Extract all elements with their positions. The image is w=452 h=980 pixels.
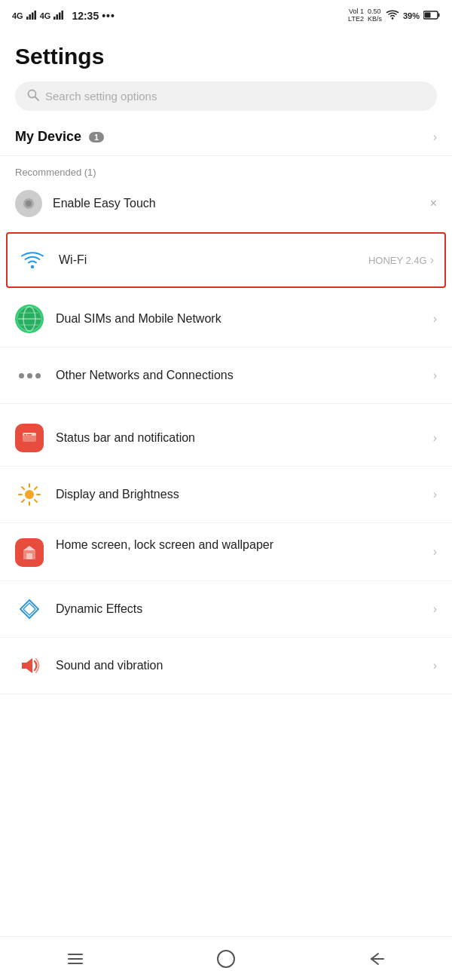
chevron-right-icon: › (433, 602, 437, 616)
my-device-row[interactable]: My Device 1 › (15, 129, 437, 145)
search-placeholder: Search setting options (45, 90, 157, 103)
home-screen-label: Home screen, lock screen and wallpaper (56, 537, 273, 553)
search-container: Search setting options (0, 77, 452, 121)
item-left-dual-sim: Dual SIMs and Mobile Network (15, 305, 221, 333)
battery-percentage: 39% (403, 11, 420, 20)
wifi-value: HONEY 2.4G (368, 255, 427, 266)
status-right: Vol 1 LTE2 0.50 KB/s 39% (348, 8, 440, 23)
network-4g-right: 4G (40, 11, 51, 20)
svg-rect-36 (26, 553, 32, 559)
back-button[interactable] (354, 944, 399, 974)
signal-bars-left (26, 11, 37, 21)
settings-item-status-bar[interactable]: Status bar and notification › (0, 410, 452, 467)
dynamic-icon (15, 595, 44, 623)
item-right-home-screen: › (433, 545, 437, 559)
status-left: 4G 4G 12:35 ••• (12, 10, 115, 22)
status-bar: 4G 4G 12:35 ••• Vol 1 LTE2 0. (0, 0, 452, 30)
menu-button[interactable] (53, 944, 98, 974)
search-icon (27, 89, 39, 103)
display-icon (15, 480, 44, 509)
svg-rect-4 (53, 17, 56, 20)
svg-rect-26 (27, 434, 32, 436)
status-dots: ••• (102, 10, 115, 22)
chevron-right-icon: › (433, 130, 437, 144)
item-left-wifi: Wi-Fi (18, 246, 87, 274)
chevron-right-icon: › (433, 545, 437, 559)
item-right-status-bar: › (433, 431, 437, 445)
settings-item-home-screen[interactable]: Home screen, lock screen and wallpaper › (0, 523, 452, 581)
svg-rect-7 (62, 11, 64, 20)
my-device-label: My Device (15, 129, 81, 145)
item-left-display: Display and Brightness (15, 480, 179, 509)
easy-touch-icon (15, 190, 42, 217)
svg-rect-0 (26, 17, 29, 20)
item-right-sound: › (433, 659, 437, 672)
dual-sim-label: Dual SIMs and Mobile Network (56, 311, 221, 327)
display-label: Display and Brightness (56, 487, 179, 503)
chevron-right-icon: › (430, 253, 434, 267)
bottom-nav (0, 936, 452, 980)
rec-left: Enable Easy Touch (15, 190, 156, 217)
chevron-right-icon: › (433, 488, 437, 501)
chevron-right-icon: › (433, 369, 437, 382)
svg-rect-6 (59, 13, 61, 20)
svg-rect-11 (438, 14, 440, 17)
recommended-label: Recommended (1) (15, 167, 437, 178)
sound-label: Sound and vibration (56, 658, 163, 674)
status-time: 12:35 (72, 10, 99, 22)
globe-icon (15, 305, 44, 333)
svg-point-15 (26, 201, 32, 207)
item-right-display: › (433, 488, 437, 501)
status-bar-label: Status bar and notification (56, 430, 195, 446)
vol-lte-label: Vol 1 LTE2 (348, 8, 364, 23)
svg-point-16 (31, 265, 34, 268)
statusbar-icon (15, 424, 44, 452)
settings-item-wifi[interactable]: Wi-Fi HONEY 2.4G › (6, 232, 446, 288)
svg-rect-1 (29, 14, 31, 20)
svg-line-35 (22, 500, 24, 502)
page-title: Settings (0, 30, 452, 77)
item-right-other-networks: › (433, 369, 437, 382)
settings-item-sound[interactable]: Sound and vibration › (0, 638, 452, 694)
item-left-sound: Sound and vibration (15, 651, 163, 680)
my-device-section: My Device 1 › (0, 121, 452, 156)
svg-line-34 (35, 487, 37, 489)
my-device-left: My Device 1 (15, 129, 104, 145)
item-left-other-networks: Other Networks and Connections (15, 361, 234, 390)
settings-item-other-networks[interactable]: Other Networks and Connections › (0, 348, 452, 404)
other-networks-label: Other Networks and Connections (56, 368, 234, 384)
item-right-wifi: HONEY 2.4G › (368, 253, 434, 267)
signal-bars-right (53, 11, 64, 21)
svg-line-13 (35, 97, 39, 101)
wifi-label: Wi-Fi (59, 253, 87, 268)
chevron-right-icon: › (433, 659, 437, 672)
chevron-right-icon: › (433, 431, 437, 445)
wifi-status-icon (386, 10, 399, 22)
svg-rect-25 (24, 434, 26, 436)
network-4g-left: 4G (12, 11, 23, 20)
chevron-right-icon: › (433, 312, 437, 326)
search-bar[interactable]: Search setting options (15, 81, 437, 111)
recommended-item[interactable]: Enable Easy Touch × (15, 185, 437, 222)
dynamic-effects-label: Dynamic Effects (56, 602, 142, 617)
easy-touch-label: Enable Easy Touch (53, 197, 156, 210)
svg-rect-3 (34, 11, 36, 20)
dots-icon (15, 361, 44, 390)
battery-icon (423, 11, 440, 21)
settings-item-dual-sim[interactable]: Dual SIMs and Mobile Network › (0, 291, 452, 348)
item-right-dual-sim: › (433, 312, 437, 326)
sound-icon (15, 651, 44, 680)
close-icon[interactable]: × (430, 197, 437, 210)
settings-item-dynamic-effects[interactable]: Dynamic Effects › (0, 581, 452, 638)
kb-label: 0.50 KB/s (368, 8, 382, 23)
item-right-dynamic-effects: › (433, 602, 437, 616)
item-left-status-bar: Status bar and notification (15, 424, 195, 452)
svg-rect-2 (32, 13, 34, 20)
settings-item-display[interactable]: Display and Brightness › (0, 467, 452, 523)
svg-marker-39 (22, 658, 32, 673)
svg-point-8 (392, 17, 394, 20)
item-left-home-screen: Home screen, lock screen and wallpaper (15, 537, 273, 567)
home-button[interactable] (203, 944, 249, 974)
svg-line-33 (35, 500, 37, 502)
my-device-badge: 1 (89, 132, 104, 142)
